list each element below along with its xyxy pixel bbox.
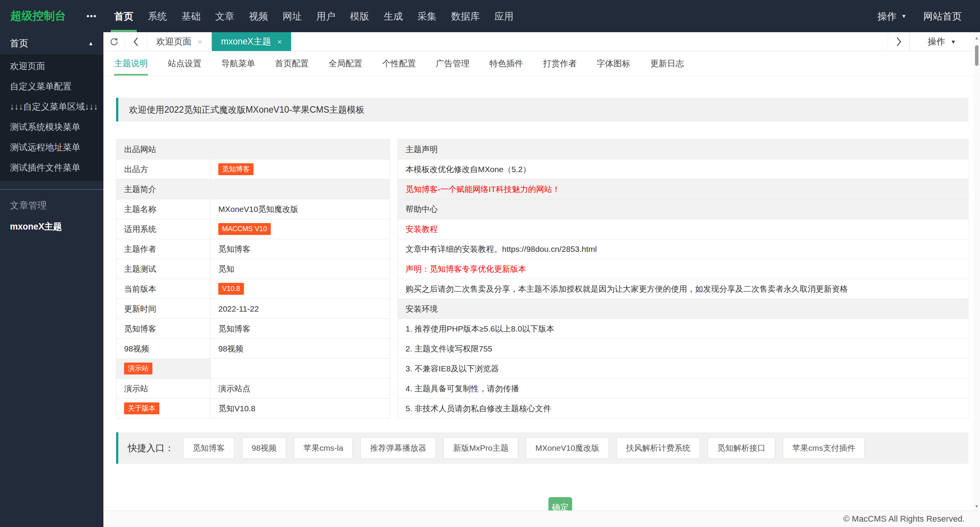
- tab-welcome[interactable]: 欢迎页面 ×: [147, 32, 212, 51]
- row-label: 觅知博客: [116, 319, 211, 339]
- subtab-featured-plugins[interactable]: 特色插件: [489, 51, 523, 76]
- table-row: 购买之后请勿二次售卖及分享，本主题不添加授权就是因为让大家更方便的使用，如发现分…: [398, 279, 969, 299]
- sidebar-section-article[interactable]: 文章管理: [0, 194, 103, 217]
- row-label: 关于版本: [116, 399, 211, 419]
- sidebar-item-custom-menu-area[interactable]: ↓↓↓自定义菜单区域↓↓↓: [0, 97, 103, 117]
- top-nav-app[interactable]: 应用: [487, 0, 521, 32]
- section-label: 出品网站: [116, 140, 390, 159]
- top-nav-generate[interactable]: 生成: [376, 0, 410, 32]
- quick-link-mxonev10-mod[interactable]: MXoneV10魔改版: [526, 437, 609, 459]
- tab-scroll-right-button[interactable]: [888, 32, 910, 51]
- row-value: 2022-11-22: [211, 299, 390, 319]
- note-cell: 觅知博客-一个赋能网络IT科技魅力的网站！: [398, 179, 969, 199]
- top-navbar: 超级控制台 ••• 首页 系统 基础 文章 视频 网址 用户 模版 生成 采集 …: [0, 0, 980, 32]
- subtab-reward-author[interactable]: 打赏作者: [543, 51, 577, 76]
- table-row: 安装教程: [398, 219, 969, 239]
- top-nav-template[interactable]: 模版: [343, 0, 376, 32]
- row-label: 适用系统: [116, 219, 211, 239]
- sidebar-collapse-icon[interactable]: •••: [87, 12, 97, 21]
- table-row: 98视频 98视频: [116, 339, 390, 359]
- sidebar-item-welcome[interactable]: 欢迎页面: [0, 56, 103, 76]
- top-nav-home[interactable]: 首页: [107, 0, 141, 32]
- sidebar-item-test-plugin-file[interactable]: 测试插件文件菜单: [0, 158, 103, 178]
- confirm-button[interactable]: 确定: [548, 497, 572, 511]
- row-label: 演示站: [116, 379, 211, 399]
- tab-action-dropdown[interactable]: 操作 ▼: [910, 32, 973, 51]
- table-row: 声明：觅知博客专享优化更新版本: [398, 259, 969, 279]
- top-nav-website[interactable]: 网址: [275, 0, 309, 32]
- table-row: 关于版本 觅知V10.8: [116, 399, 390, 419]
- quick-link-mxpro-theme[interactable]: 新版MxPro主题: [443, 437, 518, 459]
- table-row: 演示站 演示站点: [116, 379, 390, 399]
- quick-link-maccms-pay-plugin[interactable]: 苹果cms支付插件: [783, 437, 865, 459]
- sidebar-section-article-label: 文章管理: [10, 199, 47, 212]
- scrollbar-thumb[interactable]: [975, 45, 978, 66]
- scroll-up-icon[interactable]: ▲: [975, 35, 979, 41]
- table-row: 适用系统 MACCMS V10: [116, 219, 390, 239]
- quick-link-mizhi-parse-api[interactable]: 觅知解析接口: [708, 437, 775, 459]
- close-icon[interactable]: ×: [277, 37, 282, 46]
- note-cell: 购买之后请勿二次售卖及分享，本主题不添加授权就是因为让大家更方便的使用，如发现分…: [398, 279, 969, 299]
- note-cell: 5. 非技术人员请勿私自修改主题核心文件: [398, 399, 969, 419]
- row-label: 当前版本: [116, 279, 211, 299]
- top-nav-basic[interactable]: 基础: [174, 0, 208, 32]
- quick-link-mizhi-blog[interactable]: 觅知博客: [183, 437, 234, 459]
- sidebar-item-custom-menu-config[interactable]: 自定义菜单配置: [0, 76, 103, 97]
- top-nav-video[interactable]: 视频: [242, 0, 275, 32]
- refresh-button[interactable]: [103, 32, 125, 51]
- info-section: 出品网站 出品方 觅知博客 主题简介 主题名称 MXoneV10觅知魔改版 适用…: [116, 139, 969, 419]
- footer-bar: © MacCMS All Rights Reserved.: [103, 511, 980, 527]
- sidebar-item-mxonex-theme[interactable]: mxoneX主题: [0, 217, 103, 237]
- row-value: 演示站点: [211, 379, 390, 399]
- top-nav-user[interactable]: 用户: [309, 0, 343, 32]
- table-section-row: 主题声明: [398, 140, 969, 159]
- sidebar-section-home[interactable]: 首页 ▲: [0, 32, 103, 54]
- sidebar-item-test-system-module[interactable]: 测试系统模块菜单: [0, 117, 103, 137]
- subtab-font-icons[interactable]: 字体图标: [597, 51, 630, 76]
- top-nav-system[interactable]: 系统: [141, 0, 174, 32]
- theme-page-content: 欢迎使用2022觅知正式魔改版MXoneV10-苹果CMS主题模板 出品网站 出…: [103, 76, 980, 511]
- top-nav-database[interactable]: 数据库: [444, 0, 487, 32]
- row-value: 觅知博客: [211, 319, 390, 339]
- version-badge: V10.8: [218, 283, 244, 295]
- table-section-row: 主题简介: [116, 179, 390, 199]
- tab-mxonex-theme[interactable]: mxoneX主题 ×: [212, 32, 291, 51]
- tab-mxonex-theme-label: mxoneX主题: [221, 36, 271, 48]
- quick-links-label: 快捷入口：: [128, 442, 174, 454]
- quick-link-danmu-player[interactable]: 推荐弹幕播放器: [360, 437, 436, 459]
- close-icon[interactable]: ×: [198, 37, 202, 46]
- row-label: 98视频: [116, 339, 211, 359]
- subtab-home-config[interactable]: 首页配置: [275, 51, 309, 76]
- quick-link-maccms-la[interactable]: 苹果cms-la: [294, 437, 353, 459]
- table-row: 4. 主题具备可复制性，请勿传播: [398, 379, 969, 399]
- subtab-site-settings[interactable]: 站点设置: [168, 51, 201, 76]
- tab-scroll-left-button[interactable]: [125, 32, 147, 51]
- topbar-right: 操作 ▼ 网站首页: [877, 10, 980, 23]
- top-nav-article[interactable]: 文章: [208, 0, 242, 32]
- quick-links-bar: 快捷入口： 觅知博客 98视频 苹果cms-la 推荐弹幕播放器 新版MxPro…: [116, 432, 969, 464]
- subtab-ad-management[interactable]: 广告管理: [436, 51, 470, 76]
- status-badge: 觅知博客: [218, 163, 254, 175]
- theme-info-table: 出品网站 出品方 觅知博客 主题简介 主题名称 MXoneV10觅知魔改版 适用…: [116, 139, 390, 419]
- subtab-changelog[interactable]: 更新日志: [650, 51, 684, 76]
- quick-link-fufeng-parse[interactable]: 扶风解析计费系统: [617, 437, 700, 459]
- subtab-nav-menu[interactable]: 导航菜单: [221, 51, 255, 76]
- scroll-down-icon[interactable]: ▼: [975, 504, 979, 509]
- table-row: 觅知博客-一个赋能网络IT科技魅力的网站！: [398, 179, 969, 199]
- subtab-global-config[interactable]: 全局配置: [329, 51, 362, 76]
- topbar-action-dropdown[interactable]: 操作 ▼: [877, 10, 906, 23]
- sidebar-item-test-remote-url[interactable]: 测试远程地址菜单: [0, 137, 103, 158]
- app-brand[interactable]: 超级控制台: [0, 8, 87, 24]
- subtab-theme-description[interactable]: 主题说明: [114, 51, 148, 76]
- note-cell: 本模板改优化修改自MXone（5.2）: [398, 159, 969, 179]
- subtab-personal-config[interactable]: 个性配置: [382, 51, 416, 76]
- table-row: 文章中有详细的安装教程。https://98dou.cn/2853.html: [398, 239, 969, 259]
- vertical-scrollbar[interactable]: ▲ ▼: [973, 32, 980, 511]
- table-row: 主题测试 觅知: [116, 259, 390, 279]
- top-nav-collect[interactable]: 采集: [410, 0, 444, 32]
- status-badge: MACCMS V10: [218, 223, 271, 235]
- top-nav: 首页 系统 基础 文章 视频 网址 用户 模版 生成 采集 数据库 应用: [107, 0, 521, 32]
- note-cell: 声明：觅知博客专享优化更新版本: [398, 259, 969, 279]
- site-home-link[interactable]: 网站首页: [923, 10, 962, 23]
- quick-link-98video[interactable]: 98视频: [242, 437, 286, 459]
